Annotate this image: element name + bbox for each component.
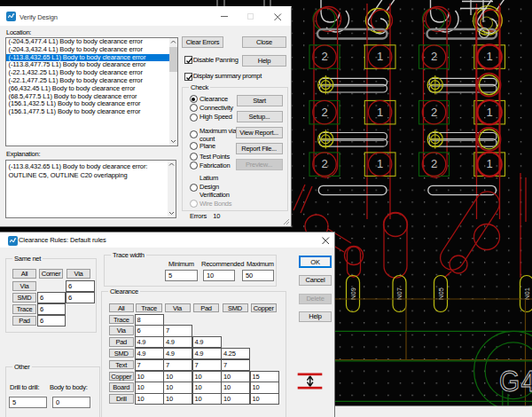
svg-text:G4: G4	[499, 364, 532, 397]
svg-text:N09: N09	[349, 287, 357, 300]
svg-text:N05: N05	[437, 287, 445, 300]
svg-text:N01: N01	[523, 287, 531, 300]
svg-text:N07: N07	[395, 287, 403, 300]
